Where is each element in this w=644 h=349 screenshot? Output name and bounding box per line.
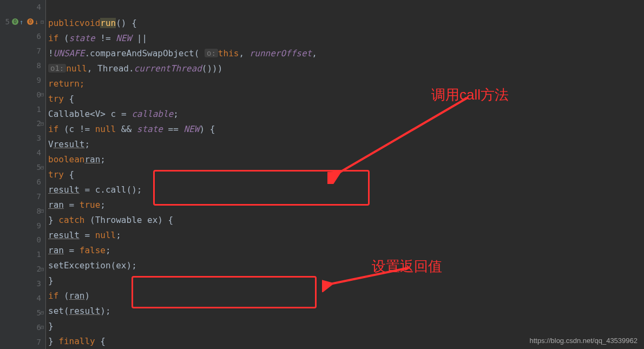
method-name: run	[100, 18, 116, 28]
code-text: ()))	[202, 63, 223, 74]
method-call: setException(ex);	[48, 260, 137, 271]
code-line: if (state != NEW ||	[46, 30, 644, 45]
code-text: ,	[239, 48, 249, 58]
gutter-row: 4	[0, 0, 45, 15]
keyword: null	[66, 63, 87, 74]
fold-handle-icon[interactable]: ⊟	[41, 91, 44, 97]
keyword: try	[48, 169, 64, 180]
gutter-row: 5 O ↑ O ↓ ⊟	[0, 15, 45, 29]
code-text: ;	[100, 154, 106, 164]
keyword: if	[48, 33, 58, 43]
code-line: ran = true;	[46, 197, 644, 212]
code-line	[46, 0, 644, 15]
code-text: =	[80, 230, 95, 240]
fold-handle-icon[interactable]: ⊟	[41, 19, 44, 25]
keyword: true	[80, 200, 101, 210]
keyword: false	[80, 245, 106, 255]
field-ref: state	[69, 33, 95, 43]
line-number: 5	[0, 17, 10, 26]
code-text: ;	[84, 139, 90, 149]
constant: NEW	[183, 124, 199, 134]
method-call: compareAndSwapObject	[90, 48, 194, 58]
code-text: ==	[163, 124, 184, 134]
keyword: boolean	[48, 154, 84, 164]
local-var: result	[69, 306, 101, 316]
code-text: }	[48, 321, 54, 331]
local-var: result	[48, 185, 80, 195]
code-area[interactable]: public void run() { if (state != NEW || …	[46, 0, 644, 349]
navigate-up-icon[interactable]: ↑	[19, 18, 26, 25]
constant: NEW	[116, 33, 132, 43]
local-var: ran	[69, 291, 85, 301]
static-field: UNSAFE	[54, 48, 85, 58]
method-call: currentThread	[134, 63, 202, 74]
local-var: ran	[84, 154, 100, 164]
gutter: 4 5 O ↑ O ↓ ⊟ 6 7 8 9 0⊟ 1 2⊟ 3 4 5⊟ 6 7…	[0, 0, 46, 349]
param-hint: o:	[205, 49, 218, 57]
code-line: try {	[46, 91, 644, 106]
keyword: if	[48, 124, 58, 134]
keyword: null	[95, 124, 116, 134]
code-line: !UNSAFE.compareAndSwapObject( o: this, r…	[46, 45, 644, 61]
param-hint: o1:	[48, 64, 66, 73]
code-text: {	[64, 94, 74, 104]
code-text: (c !=	[58, 124, 95, 134]
code-text: () {	[116, 18, 137, 28]
keyword: this	[218, 48, 239, 58]
local-var: result	[48, 230, 80, 240]
fold-handle-icon[interactable]: ⊟	[41, 324, 44, 330]
code-line: o1: null, Thread.currentThread()))	[46, 61, 644, 76]
override-icon[interactable]: O	[12, 18, 18, 25]
fold-handle-icon[interactable]: ⊟	[41, 164, 44, 170]
field-ref: runnerOffset	[249, 48, 312, 58]
code-line: return;	[46, 76, 644, 91]
code-text: ) {	[199, 124, 215, 134]
class-ref: Thread	[97, 63, 129, 74]
code-text: ;	[116, 230, 121, 240]
code-line: public void run() {	[46, 15, 644, 30]
code-text: ;	[106, 245, 111, 255]
code-line: result = c.call();	[46, 182, 644, 197]
fold-handle-icon[interactable]: ⊟	[41, 266, 44, 272]
code-line: Callable<V> c = callable;	[46, 106, 644, 121]
keyword: null	[95, 230, 116, 240]
editor-container: 4 5 O ↑ O ↓ ⊟ 6 7 8 9 0⊟ 1 2⊟ 3 4 5⊟ 6 7…	[0, 0, 644, 349]
code-line: boolean ran;	[46, 152, 644, 167]
code-text: );	[100, 306, 110, 316]
code-line: }	[46, 318, 644, 333]
type-param: V	[95, 109, 101, 119]
code-text: ,	[312, 48, 317, 58]
code-text: {	[64, 169, 74, 180]
watermark: https://blog.csdn.net/qq_43539962	[530, 337, 638, 345]
keyword: catch	[58, 215, 84, 225]
method-call: set(	[48, 306, 69, 316]
code-text: =	[64, 200, 80, 210]
code-text: (	[58, 291, 69, 301]
keyword: if	[48, 291, 58, 301]
code-line: result = null;	[46, 227, 644, 242]
code-text: !	[48, 48, 54, 58]
code-text: (	[194, 48, 205, 58]
code-text: ;	[100, 200, 106, 210]
code-text: }	[48, 336, 58, 346]
code-line: if (ran)	[46, 288, 644, 303]
fold-handle-icon[interactable]: ⊟	[41, 121, 44, 127]
local-var: result	[54, 139, 85, 149]
code-text: !=	[95, 33, 116, 43]
code-text: (Throwable ex) {	[84, 215, 173, 225]
fold-handle-icon[interactable]: ⊟	[41, 310, 44, 315]
code-line: set(result);	[46, 303, 644, 318]
code-line: if (c != null && state == NEW) {	[46, 121, 644, 136]
code-line: V result;	[46, 136, 644, 152]
code-text: )	[84, 291, 90, 301]
field-ref: state	[137, 124, 163, 134]
code-line: setException(ex);	[46, 258, 644, 273]
type-ref: Callable	[48, 109, 90, 119]
fold-handle-icon[interactable]: ⊟	[41, 208, 44, 214]
code-text: c =	[106, 109, 132, 119]
code-text: =	[64, 245, 80, 255]
code-text: }	[48, 275, 54, 286]
code-line: }	[46, 273, 644, 288]
implements-icon[interactable]: O	[27, 18, 34, 25]
keyword: public	[48, 18, 80, 28]
